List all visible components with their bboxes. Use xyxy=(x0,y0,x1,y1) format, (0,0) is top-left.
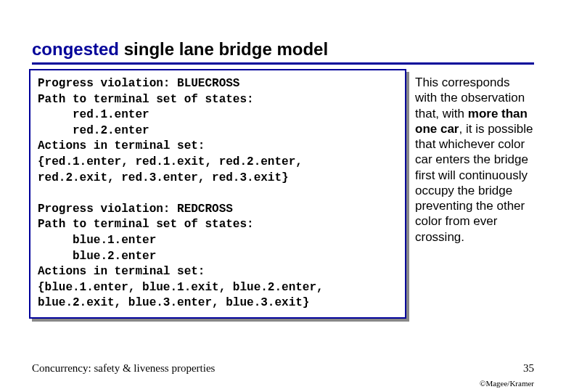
code-line: Actions in terminal set: xyxy=(38,265,205,278)
title-rest: single lane bridge model xyxy=(119,39,328,59)
content-row: Progress violation: BLUECROSS Path to te… xyxy=(32,72,534,322)
code-line: blue.1.enter xyxy=(38,234,156,247)
code-block: Progress violation: BLUECROSS Path to te… xyxy=(29,69,406,319)
code-line: {red.1.enter, red.1.exit, red.2.enter, xyxy=(38,155,303,168)
code-line: red.2.enter xyxy=(38,124,149,137)
side-text-part: , it is possible that whichever color ca… xyxy=(415,122,533,244)
slide-number: 35 xyxy=(523,362,534,375)
code-line: Actions in terminal set: xyxy=(38,139,205,152)
code-line: blue.2.enter xyxy=(38,250,156,263)
copyright: ©Magee/Kramer xyxy=(480,379,534,388)
code-line: Progress violation: REDCROSS xyxy=(38,203,233,216)
code-line: red.1.enter xyxy=(38,108,149,121)
code-line: red.2.exit, red.3.enter, red.3.exit} xyxy=(38,171,289,184)
code-line: Progress violation: BLUECROSS xyxy=(38,77,239,90)
title-emph: congested xyxy=(32,39,119,59)
code-line: {blue.1.enter, blue.1.exit, blue.2.enter… xyxy=(38,281,324,294)
code-shadow: Progress violation: BLUECROSS Path to te… xyxy=(32,72,409,322)
footer-left: Concurrency: safety & liveness propertie… xyxy=(32,362,215,375)
code-line: blue.2.exit, blue.3.enter, blue.3.exit} xyxy=(38,296,309,309)
code-line: Path to terminal set of states: xyxy=(38,93,254,106)
footer: Concurrency: safety & liveness propertie… xyxy=(32,362,534,375)
slide-title: congested single lane bridge model xyxy=(32,39,534,60)
title-rule xyxy=(32,62,534,65)
side-commentary: This corresponds with the observation th… xyxy=(415,72,534,245)
code-line: Path to terminal set of states: xyxy=(38,218,254,231)
